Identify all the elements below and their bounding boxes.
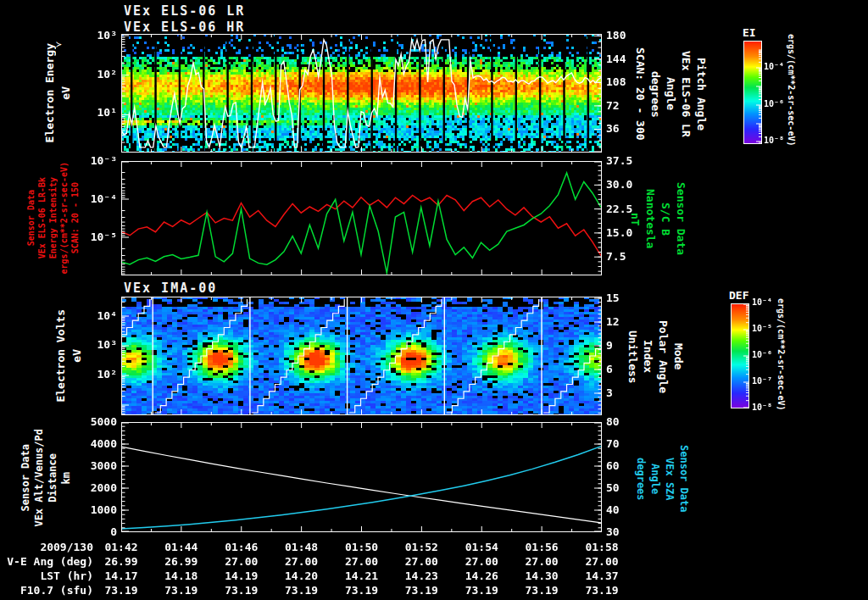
lst-value: 14.21: [335, 569, 389, 582]
lst-value: 14.17: [94, 569, 148, 582]
time-tick-label: 01:52: [394, 541, 448, 553]
f107-value: 73.19: [154, 584, 209, 597]
time-tick-label: 01:44: [154, 541, 209, 553]
lst-value: 14.37: [575, 569, 629, 582]
footer-row-label: F10.7 (sfu): [0, 584, 93, 597]
f107-value: 73.19: [575, 584, 629, 597]
time-tick-label: 01:48: [275, 541, 329, 553]
lst-value: 14.18: [154, 569, 209, 582]
f107-value: 73.19: [214, 584, 269, 597]
ve-ang-value: 26.99: [94, 555, 148, 568]
lst-value: 14.30: [515, 569, 569, 582]
time-tick-label: 01:54: [454, 541, 509, 553]
ve-ang-value: 27.00: [214, 555, 269, 568]
lst-value: 14.23: [394, 569, 448, 582]
footer-row-label: V-E Ang (deg): [0, 555, 93, 568]
f107-value: 73.19: [335, 584, 389, 597]
lst-value: 14.26: [454, 569, 509, 582]
date-label: 2009/130: [0, 541, 93, 553]
ve-ang-value: 27.00: [275, 555, 329, 568]
plot-window: VEx ELS-06 LR VEx ELS-06 HR VEx IMA-00 ≻…: [0, 0, 868, 600]
lst-value: 14.19: [214, 569, 269, 582]
ve-ang-value: 27.00: [394, 555, 448, 568]
time-tick-label: 01:46: [214, 541, 269, 553]
ve-ang-value: 27.00: [515, 555, 569, 568]
f107-value: 73.19: [275, 584, 329, 597]
ve-ang-value: 27.00: [575, 555, 629, 568]
f107-value: 73.19: [94, 584, 148, 597]
time-tick-label: 01:50: [335, 541, 389, 553]
f107-value: 73.19: [454, 584, 509, 597]
ve-ang-value: 26.99: [154, 555, 209, 568]
lst-value: 14.20: [275, 569, 329, 582]
f107-value: 73.19: [515, 584, 569, 597]
time-tick-label: 01:42: [94, 541, 148, 553]
footer-row-label: LST (hr): [0, 569, 93, 582]
footer-table: 2009/130V-E Ang (deg)LST (hr)F10.7 (sfu)…: [0, 0, 868, 600]
ve-ang-value: 27.00: [454, 555, 509, 568]
ve-ang-value: 27.00: [335, 555, 389, 568]
time-tick-label: 01:58: [575, 541, 629, 553]
f107-value: 73.19: [394, 584, 448, 597]
time-tick-label: 01:56: [515, 541, 569, 553]
